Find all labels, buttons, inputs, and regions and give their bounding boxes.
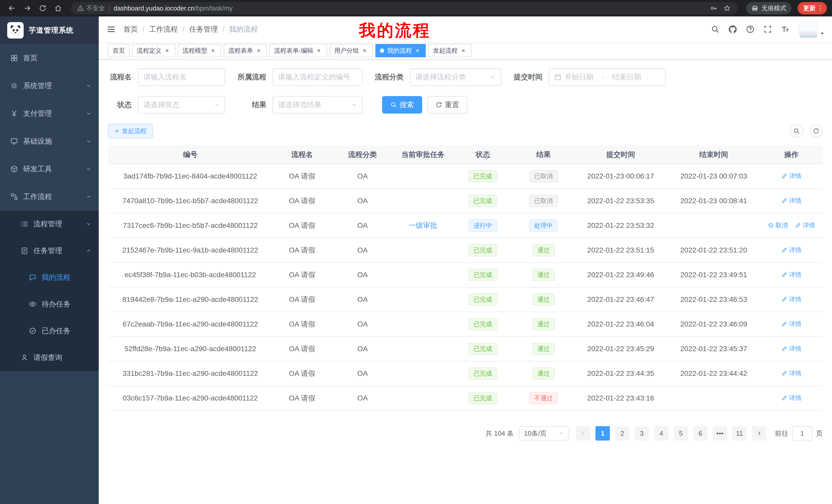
result-select[interactable]: 请选择流结果 — [272, 96, 363, 114]
tab-process-definition[interactable]: 流程定义 — [132, 44, 175, 57]
detail-link[interactable]: 详情 — [781, 369, 801, 377]
next-page-button[interactable] — [752, 426, 766, 441]
page-button-4[interactable]: 4 — [654, 426, 669, 441]
sidebar-item-done-tasks[interactable]: 已办任务 — [0, 317, 99, 344]
sidebar-item-workflow[interactable]: 工作流程 — [0, 183, 99, 211]
browser-update-button[interactable]: 更新 — [798, 2, 827, 15]
detail-link[interactable]: 详情 — [781, 246, 801, 254]
current-task-link[interactable]: 一级审批 — [409, 221, 437, 229]
app-logo[interactable]: 芋道管理系统 — [0, 17, 99, 44]
cancel-link[interactable]: 取消 — [768, 221, 788, 229]
bookmark-star-icon[interactable] — [723, 5, 732, 12]
avatar — [799, 21, 817, 38]
cancel-icon — [768, 222, 774, 228]
sidebar-item-task-management[interactable]: 任务管理 — [0, 237, 99, 264]
tab-process-form-edit[interactable]: 流程表单-编辑 — [269, 44, 327, 57]
user-avatar-menu[interactable] — [799, 21, 825, 38]
prev-page-button[interactable] — [576, 426, 590, 441]
search-icon — [711, 25, 720, 34]
page-size-select[interactable]: 10条/页 — [519, 426, 569, 441]
detail-link[interactable]: 详情 — [781, 172, 801, 180]
page-button-1[interactable]: 1 — [595, 426, 610, 441]
parent-process-input[interactable] — [272, 68, 363, 86]
sidebar-item-home[interactable]: 首页 — [0, 44, 99, 72]
chevron-up-icon — [86, 248, 92, 254]
breadcrumb-workflow[interactable]: 工作流程 — [149, 24, 178, 34]
tab-initiate-process[interactable]: 发起流程 — [428, 44, 471, 57]
reset-button[interactable]: 重置 — [427, 96, 467, 114]
active-dot — [380, 49, 384, 53]
sidebar-item-process-management[interactable]: 流程管理 — [0, 211, 99, 237]
header-search-button[interactable] — [706, 18, 724, 40]
initiate-process-button[interactable]: 发起流程 — [108, 124, 153, 138]
page-button-3[interactable]: 3 — [634, 426, 649, 441]
tab-my-processes[interactable]: 我的流程 — [375, 44, 426, 57]
more-pages-button[interactable]: ••• — [713, 426, 727, 441]
font-size-button[interactable] — [777, 18, 794, 40]
address-bar[interactable]: 不安全 dashboard.yudao.iocoder.cn/bpm/task/… — [71, 2, 738, 15]
browser-forward-button[interactable] — [21, 2, 34, 15]
tab-process-model[interactable]: 流程模型 — [178, 44, 221, 57]
close-icon[interactable] — [414, 47, 421, 54]
incognito-badge[interactable]: 无痕模式 — [746, 2, 791, 15]
toggle-search-button[interactable] — [790, 124, 803, 138]
category-select[interactable]: 请选择流程分类 — [410, 68, 501, 86]
close-icon[interactable] — [361, 47, 368, 54]
status-badge: 已完成 — [468, 318, 497, 330]
refresh-table-button[interactable] — [809, 124, 823, 138]
tab-process-form[interactable]: 流程表单 — [224, 44, 267, 57]
breadcrumb-task-management[interactable]: 任务管理 — [189, 24, 218, 34]
end-date-placeholder: 结束日期 — [612, 72, 641, 82]
docs-help-button[interactable] — [742, 18, 759, 40]
close-icon[interactable] — [460, 47, 467, 54]
security-warning[interactable]: 不安全 — [77, 4, 105, 12]
tab-user-group[interactable]: 用户分组 — [330, 44, 373, 57]
sidebar-item-leave-query[interactable]: 请假查询 — [0, 344, 99, 371]
browser-reload-button[interactable] — [36, 2, 49, 15]
page-button-2[interactable]: 2 — [615, 426, 629, 441]
sidebar-item-system[interactable]: 系统管理 — [0, 72, 99, 100]
status-badge: 已完成 — [468, 195, 497, 207]
fullscreen-button[interactable] — [759, 18, 777, 40]
url-text: dashboard.yudao.iocoder.cn/bpm/task/my — [114, 5, 233, 12]
sidebar-item-devtools[interactable]: 研发工具 — [0, 155, 99, 183]
result-label: 结果 — [235, 100, 272, 110]
process-table: 编号 流程名 流程分类 当前审批任务 状态 结果 提交时间 结束时间 操作 — [108, 145, 823, 411]
close-icon[interactable] — [255, 47, 262, 54]
jump-page-input[interactable] — [792, 426, 812, 441]
detail-link[interactable]: 详情 — [781, 344, 801, 353]
detail-link[interactable]: 详情 — [781, 394, 801, 402]
page-button-6[interactable]: 6 — [693, 426, 707, 441]
detail-link[interactable]: 详情 — [781, 271, 801, 279]
sidebar-item-todo-tasks[interactable]: 待办任务 — [0, 291, 99, 317]
hamburger-icon — [106, 25, 116, 34]
browser-back-button[interactable] — [5, 2, 19, 15]
page-button-5[interactable]: 5 — [674, 426, 688, 441]
page-button-11[interactable]: 11 — [732, 426, 747, 441]
password-key-icon[interactable] — [709, 5, 718, 12]
close-icon[interactable] — [163, 47, 171, 54]
detail-link[interactable]: 详情 — [781, 295, 801, 303]
sidebar-toggle-button[interactable] — [99, 17, 123, 42]
github-link[interactable] — [724, 18, 742, 40]
status-select[interactable]: 请选择状态 — [138, 96, 225, 114]
tab-home[interactable]: 首页 — [108, 44, 130, 57]
filter-status: 状态 请选择状态 — [108, 96, 225, 114]
process-name-input[interactable] — [138, 68, 225, 86]
detail-link[interactable]: 详情 — [781, 197, 801, 205]
sidebar-item-payment[interactable]: 支付管理 — [0, 100, 99, 128]
sidebar-item-my-processes[interactable]: 我的流程 — [0, 264, 99, 291]
breadcrumb-home[interactable]: 首页 — [123, 24, 138, 34]
filter-parent-process: 所属流程 — [235, 68, 363, 86]
search-button[interactable]: 搜索 — [382, 96, 422, 114]
detail-link[interactable]: 详情 — [795, 221, 815, 229]
sidebar-item-infrastructure[interactable]: 基础设施 — [0, 128, 99, 155]
close-icon[interactable] — [315, 47, 322, 54]
detail-link[interactable]: 详情 — [781, 320, 801, 328]
browser-home-button[interactable] — [51, 2, 65, 15]
edit-icon — [781, 321, 787, 327]
close-icon[interactable] — [209, 47, 216, 54]
edit-icon — [781, 370, 787, 376]
date-range-picker[interactable]: 开始日期 - 结束日期 — [549, 68, 666, 86]
filter-submit-time: 提交时间 开始日期 - 结束日期 — [512, 68, 666, 86]
